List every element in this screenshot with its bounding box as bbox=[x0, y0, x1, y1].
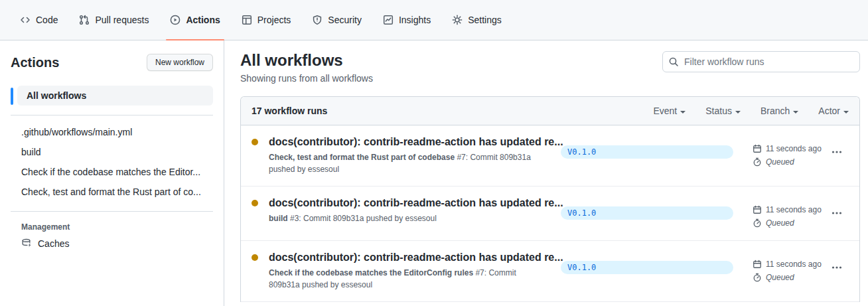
gear-icon bbox=[452, 15, 463, 25]
tab-label: Actions bbox=[186, 15, 220, 25]
sidebar-divider bbox=[11, 211, 213, 212]
tab-label: Code bbox=[36, 15, 58, 25]
sidebar-item-workflow[interactable]: Check, test and format the Rust part of … bbox=[11, 182, 213, 202]
table-header: 17 workflow runs Event Status Branch bbox=[241, 97, 859, 125]
tab-projects[interactable]: Projects bbox=[236, 0, 297, 40]
run-title-link[interactable]: docs(contributor): contrib-readme-action… bbox=[269, 196, 561, 210]
management-section-label: Management bbox=[11, 218, 213, 233]
chevron-down-icon bbox=[793, 111, 798, 116]
run-subtitle: build #3: Commit 809b31a pushed by esses… bbox=[269, 212, 561, 224]
queued-status-icon bbox=[252, 200, 258, 206]
sidebar-item-workflow[interactable]: build bbox=[11, 142, 213, 162]
kebab-menu-button[interactable] bbox=[824, 205, 850, 221]
stopwatch-icon bbox=[753, 273, 762, 282]
run-time: 11 seconds ago bbox=[766, 258, 822, 271]
workflow-run-row: docs(contributor): contrib-readme-action… bbox=[241, 125, 859, 187]
filter-search bbox=[662, 51, 860, 72]
shield-icon bbox=[312, 15, 323, 25]
kebab-menu-button[interactable] bbox=[824, 260, 850, 275]
status-filter-dropdown[interactable]: Status bbox=[705, 106, 741, 116]
workflow-run-row: docs(contributor): contrib-readme-action… bbox=[241, 241, 859, 302]
run-subtitle: Check if the codebase matches the Editor… bbox=[269, 267, 561, 291]
play-circle-icon bbox=[170, 15, 181, 25]
run-subtitle: Check, test and format the Rust part of … bbox=[269, 151, 561, 175]
run-timing: 11 seconds ago Queued bbox=[733, 203, 824, 230]
selected-indicator-bar bbox=[11, 88, 13, 105]
sidebar-item-label: Caches bbox=[38, 238, 69, 249]
actions-sidebar: Actions New workflow All workflows .gith… bbox=[0, 40, 224, 306]
tab-actions[interactable]: Actions bbox=[165, 0, 225, 40]
queued-status-icon bbox=[252, 139, 258, 145]
branch-badge[interactable]: V0.1.0 bbox=[561, 261, 733, 274]
page-title: All workflows bbox=[240, 51, 373, 70]
tab-insights[interactable]: Insights bbox=[378, 0, 436, 40]
sidebar-item-label: All workflows bbox=[17, 86, 213, 106]
sidebar-title: Actions bbox=[11, 55, 59, 70]
sidebar-item-caches[interactable]: Caches bbox=[11, 233, 213, 254]
run-status-label: Queued bbox=[766, 271, 794, 284]
tab-label: Security bbox=[328, 15, 362, 25]
code-icon bbox=[20, 15, 31, 25]
run-title-link[interactable]: docs(contributor): contrib-readme-action… bbox=[269, 250, 561, 265]
repo-nav: Code Pull requests Actions Projects Secu… bbox=[0, 0, 868, 40]
sidebar-item-workflow[interactable]: Check if the codebase matches the Editor… bbox=[11, 162, 213, 182]
run-timing: 11 seconds ago Queued bbox=[733, 142, 824, 169]
tab-code[interactable]: Code bbox=[15, 0, 63, 40]
graph-icon bbox=[383, 15, 394, 25]
page-subtitle: Showing runs from all workflows bbox=[240, 73, 373, 84]
run-time: 11 seconds ago bbox=[766, 203, 822, 216]
calendar-icon bbox=[753, 144, 762, 153]
sidebar-item-all-workflows[interactable]: All workflows bbox=[11, 86, 213, 106]
tab-settings[interactable]: Settings bbox=[447, 0, 507, 40]
stopwatch-icon bbox=[753, 157, 762, 167]
run-status-label: Queued bbox=[766, 216, 794, 230]
run-status-label: Queued bbox=[766, 155, 794, 169]
sidebar-divider bbox=[11, 115, 213, 115]
workflow-run-row: docs(contributor): contrib-readme-action… bbox=[241, 187, 859, 241]
runs-count: 17 workflow runs bbox=[252, 106, 327, 116]
run-time: 11 seconds ago bbox=[766, 142, 822, 155]
tab-label: Projects bbox=[257, 15, 291, 25]
tab-label: Pull requests bbox=[95, 15, 149, 25]
queued-status-icon bbox=[252, 254, 258, 261]
cache-database-icon bbox=[21, 238, 32, 249]
chevron-down-icon bbox=[680, 111, 686, 116]
new-workflow-button[interactable]: New workflow bbox=[147, 54, 213, 71]
tab-security[interactable]: Security bbox=[307, 0, 367, 40]
project-icon bbox=[242, 15, 252, 25]
workflow-runs-main: All workflows Showing runs from all work… bbox=[224, 40, 868, 306]
branch-badge[interactable]: V0.1.0 bbox=[561, 206, 733, 220]
tab-label: Settings bbox=[468, 15, 502, 25]
tab-pull-requests[interactable]: Pull requests bbox=[74, 0, 154, 40]
sidebar-item-workflow[interactable]: .github/workflows/main.yml bbox=[11, 122, 213, 142]
workflow-runs-table: 17 workflow runs Event Status Branch bbox=[240, 96, 860, 302]
run-timing: 11 seconds ago Queued bbox=[733, 258, 824, 284]
run-title-link[interactable]: docs(contributor): contrib-readme-action… bbox=[269, 135, 561, 149]
kebab-menu-button[interactable] bbox=[824, 144, 850, 160]
branch-filter-dropdown[interactable]: Branch bbox=[760, 106, 798, 116]
tab-label: Insights bbox=[399, 15, 431, 25]
filter-workflow-runs-input[interactable] bbox=[662, 51, 860, 72]
event-filter-dropdown[interactable]: Event bbox=[653, 106, 686, 116]
stopwatch-icon bbox=[753, 218, 762, 228]
calendar-icon bbox=[753, 260, 762, 269]
chevron-down-icon bbox=[843, 111, 849, 116]
actor-filter-dropdown[interactable]: Actor bbox=[818, 106, 849, 116]
branch-badge[interactable]: V0.1.0 bbox=[561, 145, 733, 159]
calendar-icon bbox=[753, 205, 762, 214]
chevron-down-icon bbox=[735, 111, 741, 116]
pull-request-icon bbox=[79, 15, 90, 25]
